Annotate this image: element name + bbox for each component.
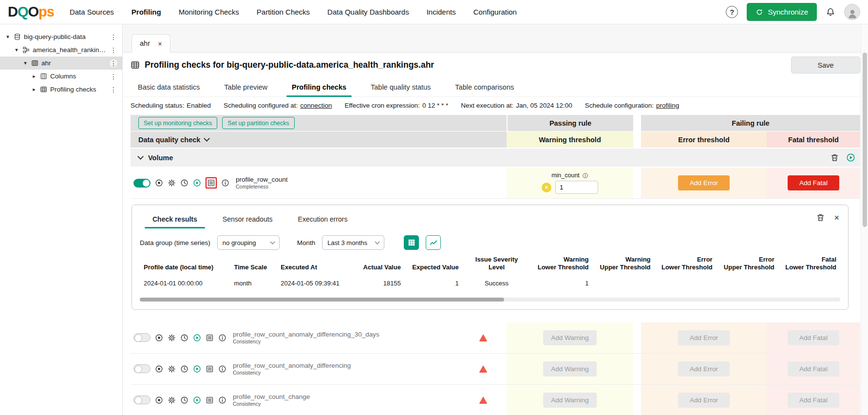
add-fatal-button[interactable]: Add Fatal — [788, 175, 839, 190]
check-enabled-toggle[interactable] — [133, 333, 151, 342]
kebab-menu-icon[interactable]: ⋮ — [109, 72, 118, 81]
nav-item-monitoring-checks[interactable]: Monitoring Checks — [178, 5, 240, 19]
month-select[interactable]: Last 3 months — [322, 235, 384, 250]
tab-table-preview[interactable]: Table preview — [212, 77, 280, 96]
add-warning-button-disabled[interactable]: Add Warning — [543, 330, 597, 345]
check-enabled-toggle[interactable] — [133, 179, 151, 188]
check-settings-gear-icon[interactable] — [168, 396, 176, 404]
sidebar-item-columns[interactable]: ▸ Columns ⋮ — [0, 70, 122, 83]
check-info-icon[interactable] — [218, 396, 226, 404]
vertical-scrollbar-thumb[interactable] — [863, 53, 867, 227]
check-settings-gear-icon[interactable] — [168, 365, 176, 373]
add-error-button-disabled[interactable]: Add Error — [678, 361, 730, 377]
check-schedule-clock-icon[interactable] — [180, 365, 189, 373]
tab-sensor-readouts[interactable]: Sensor readouts — [210, 210, 285, 228]
sidebar-item-schema[interactable]: ▾ america_health_rankings ⋮ — [0, 43, 122, 57]
check-enabled-toggle[interactable] — [133, 364, 151, 373]
tree-expanded-icon[interactable]: ▾ — [14, 47, 19, 53]
kebab-menu-icon[interactable]: ⋮ — [109, 32, 118, 42]
nav-item-incidents[interactable]: Incidents — [426, 5, 457, 19]
check-state-dot-icon[interactable] — [155, 334, 163, 342]
sidebar-item-connection[interactable]: ▾ big-query-public-data ⋮ — [0, 30, 122, 43]
tree-collapsed-icon[interactable]: ▸ — [31, 86, 37, 93]
check-results-list-icon[interactable] — [206, 396, 214, 404]
dqops-logo[interactable]: DQOps — [8, 4, 54, 20]
run-check-play-icon[interactable] — [193, 334, 201, 342]
nav-item-partition-checks[interactable]: Partition Checks — [256, 5, 311, 19]
column-gap — [633, 168, 641, 198]
add-warning-button-disabled[interactable]: Add Warning — [543, 393, 597, 408]
doc-tab-ahr[interactable]: ahr × — [132, 34, 170, 53]
scheduling-configured-link[interactable]: connection — [300, 102, 332, 109]
check-results-list-icon[interactable] — [206, 177, 217, 189]
remove-warning-rule-icon[interactable]: × — [542, 183, 551, 192]
volume-section-header[interactable]: Volume — [131, 149, 860, 168]
sidebar-item-table-ahr[interactable]: ▾ ahr ⋮ — [0, 57, 122, 70]
tree-expanded-icon[interactable]: ▾ — [22, 60, 28, 66]
check-schedule-clock-icon[interactable] — [180, 334, 189, 342]
tree-expanded-icon[interactable]: ▾ — [5, 34, 11, 40]
vertical-scrollbar[interactable] — [861, 24, 868, 415]
tab-profiling-checks[interactable]: Profiling checks — [280, 77, 359, 96]
check-results-list-icon[interactable] — [206, 365, 214, 373]
nav-item-configuration[interactable]: Configuration — [472, 5, 518, 19]
min-count-input[interactable] — [555, 181, 598, 194]
close-results-panel-icon[interactable]: × — [834, 213, 839, 222]
check-state-dot-icon[interactable] — [155, 179, 163, 187]
tab-table-quality-status[interactable]: Table quality status — [359, 77, 443, 96]
setup-partition-checks-button[interactable]: Set up partition checks — [222, 117, 294, 129]
sidebar-item-profiling-checks[interactable]: ▸ Profiling checks ⋮ — [0, 83, 122, 96]
synchronize-button[interactable]: Synchronize — [747, 3, 817, 21]
check-schedule-clock-icon[interactable] — [180, 396, 189, 404]
data-quality-check-header[interactable]: Data quality check — [131, 132, 507, 148]
tab-execution-errors[interactable]: Execution errors — [285, 210, 360, 228]
kebab-menu-icon[interactable]: ⋮ — [109, 45, 118, 55]
check-settings-gear-icon[interactable] — [168, 179, 176, 187]
data-group-select[interactable]: no grouping — [217, 235, 280, 250]
add-error-button[interactable]: Add Error — [678, 175, 730, 190]
check-state-dot-icon[interactable] — [155, 396, 163, 404]
kebab-menu-icon[interactable]: ⋮ — [109, 58, 118, 68]
notifications-bell-icon[interactable] — [826, 7, 835, 17]
check-results-list-icon[interactable] — [206, 334, 214, 342]
nav-item-profiling[interactable]: Profiling — [131, 5, 162, 19]
horizontal-scrollbar[interactable] — [140, 298, 840, 302]
chart-view-button[interactable] — [426, 235, 441, 250]
save-button[interactable]: Save — [791, 57, 860, 74]
nav-item-data-sources[interactable]: Data Sources — [69, 5, 115, 19]
run-check-play-icon[interactable] — [193, 179, 201, 187]
schedule-configuration-link[interactable]: profiling — [656, 102, 679, 109]
table-view-button[interactable] — [404, 235, 419, 250]
add-fatal-button-disabled[interactable]: Add Fatal — [788, 393, 839, 408]
nav-item-data-quality-dashboards[interactable]: Data Quality Dashboards — [326, 5, 410, 19]
check-info-icon[interactable] — [218, 334, 226, 342]
add-error-button-disabled[interactable]: Add Error — [678, 330, 730, 345]
add-fatal-button-disabled[interactable]: Add Fatal — [788, 330, 839, 345]
add-warning-button-disabled[interactable]: Add Warning — [543, 361, 597, 377]
add-error-button-disabled[interactable]: Add Error — [678, 393, 730, 408]
horizontal-scrollbar-thumb[interactable] — [140, 298, 504, 302]
run-section-checks-icon[interactable] — [846, 153, 855, 162]
check-info-icon[interactable] — [221, 179, 229, 187]
check-state-dot-icon[interactable] — [155, 365, 163, 373]
check-schedule-clock-icon[interactable] — [180, 179, 189, 187]
check-enabled-toggle[interactable] — [133, 396, 151, 404]
add-fatal-button-disabled[interactable]: Add Fatal — [788, 361, 839, 377]
tab-check-results[interactable]: Check results — [140, 210, 210, 228]
delete-section-results-icon[interactable] — [830, 153, 839, 162]
delete-results-trash-icon[interactable] — [816, 213, 825, 222]
help-icon[interactable]: ? — [726, 6, 738, 18]
run-check-play-icon[interactable] — [193, 365, 201, 373]
run-check-play-icon[interactable] — [193, 396, 201, 404]
setup-monitoring-checks-button[interactable]: Set up monitoring checks — [138, 117, 217, 129]
check-settings-gear-icon[interactable] — [168, 334, 176, 342]
kebab-menu-icon[interactable]: ⋮ — [109, 85, 118, 94]
rule-info-icon[interactable] — [582, 172, 588, 179]
tab-basic-data-statistics[interactable]: Basic data statistics — [126, 77, 212, 96]
tab-table-comparisons[interactable]: Table comparisons — [443, 77, 526, 96]
column-gap — [633, 115, 641, 131]
check-info-icon[interactable] — [218, 365, 226, 373]
tree-collapsed-icon[interactable]: ▸ — [31, 73, 37, 79]
close-tab-icon[interactable]: × — [158, 39, 162, 48]
user-avatar[interactable] — [844, 4, 860, 20]
